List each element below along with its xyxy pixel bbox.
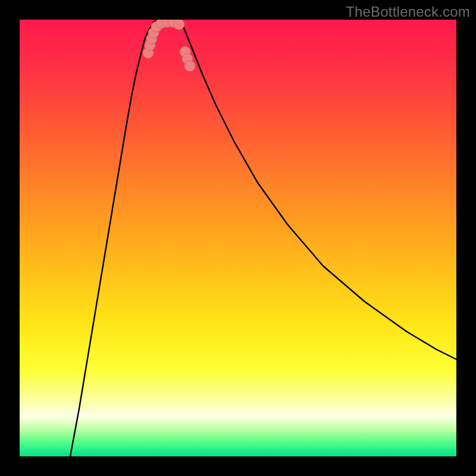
watermark-text: TheBottleneck.com (346, 4, 470, 20)
plot-area (20, 20, 456, 456)
curve-layer (20, 20, 456, 456)
highlight-dot (184, 61, 195, 71)
bottleneck-curve (70, 20, 456, 456)
outer-frame: TheBottleneck.com (0, 0, 476, 476)
highlight-dot (174, 20, 184, 30)
